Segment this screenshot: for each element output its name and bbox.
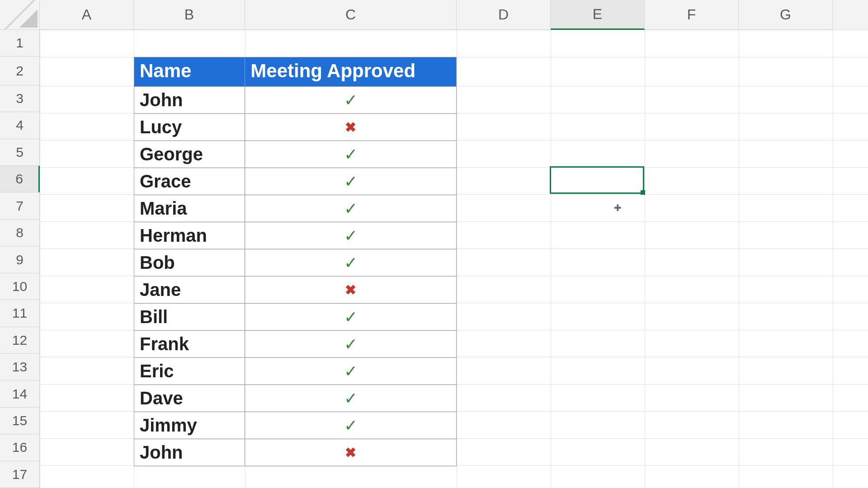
approved-cell[interactable]: ✖ — [245, 277, 456, 303]
approved-cell[interactable]: ✖ — [245, 114, 456, 141]
check-icon: ✓ — [344, 199, 358, 218]
row-header-1[interactable]: 1 — [0, 30, 40, 56]
table-row[interactable]: Maria✓ — [134, 195, 456, 222]
approved-cell[interactable]: ✓ — [245, 412, 456, 439]
row-header-8[interactable]: 8 — [0, 220, 40, 246]
approved-cell[interactable]: ✓ — [245, 195, 456, 222]
name-cell[interactable]: Bob — [134, 249, 245, 276]
row-header-3[interactable]: 3 — [0, 85, 40, 112]
row-header-11[interactable]: 11 — [0, 300, 40, 327]
approved-cell[interactable]: ✓ — [245, 141, 456, 168]
row-headers: 1234567891011121314151617 — [0, 30, 40, 488]
check-icon: ✓ — [344, 226, 358, 245]
approved-cell[interactable]: ✓ — [245, 87, 456, 113]
col-header-C[interactable]: C — [245, 0, 457, 30]
spreadsheet: ABCDEFG 1234567891011121314151617 NameMe… — [0, 0, 868, 488]
col-header-A[interactable]: A — [40, 0, 134, 30]
table-row[interactable]: John✓ — [134, 86, 456, 113]
name-cell[interactable]: Maria — [134, 195, 245, 222]
row-header-15[interactable]: 15 — [0, 408, 40, 434]
row-header-6[interactable]: 6 — [0, 166, 40, 192]
check-icon: ✓ — [344, 91, 358, 110]
table-header-0[interactable]: Name — [134, 57, 245, 86]
row-header-9[interactable]: 9 — [0, 246, 40, 273]
table-row[interactable]: Herman✓ — [134, 222, 456, 249]
name-cell[interactable]: John — [134, 439, 245, 466]
col-header-F[interactable]: F — [645, 0, 739, 30]
approved-cell[interactable]: ✓ — [245, 385, 456, 412]
table-row[interactable]: Bob✓ — [134, 249, 456, 276]
col-header-D[interactable]: D — [457, 0, 551, 30]
name-cell[interactable]: Lucy — [134, 114, 245, 141]
name-cell[interactable]: John — [134, 87, 245, 113]
name-cell[interactable]: Eric — [134, 358, 245, 385]
row-header-17[interactable]: 17 — [0, 461, 40, 488]
cross-icon: ✖ — [345, 445, 356, 460]
table-row[interactable]: Lucy✖ — [134, 113, 456, 141]
name-cell[interactable]: Bill — [134, 304, 245, 330]
row-header-14[interactable]: 14 — [0, 380, 40, 407]
col-header-B[interactable]: B — [134, 0, 245, 30]
row-header-4[interactable]: 4 — [0, 112, 40, 139]
check-icon: ✓ — [344, 172, 358, 191]
row-header-5[interactable]: 5 — [0, 139, 40, 166]
name-cell[interactable]: Jane — [134, 277, 245, 303]
cross-icon: ✖ — [345, 282, 356, 298]
cursor-icon: ✚ — [614, 202, 622, 213]
name-cell[interactable]: Frank — [134, 331, 245, 357]
column-headers: ABCDEFG — [0, 0, 868, 30]
approved-cell[interactable]: ✓ — [245, 358, 456, 385]
table-row[interactable]: John✖ — [134, 439, 456, 466]
table-row[interactable]: Bill✓ — [134, 303, 456, 330]
check-icon: ✓ — [344, 308, 358, 327]
data-table: NameMeeting ApprovedJohn✓Lucy✖George✓Gra… — [134, 57, 457, 466]
name-cell[interactable]: George — [134, 141, 245, 168]
table-row[interactable]: Frank✓ — [134, 330, 456, 357]
table-header-1[interactable]: Meeting Approved — [245, 57, 456, 86]
select-all-corner[interactable] — [0, 0, 40, 30]
approved-cell[interactable]: ✓ — [245, 168, 456, 195]
approved-cell[interactable]: ✓ — [245, 222, 456, 249]
table-row[interactable]: Jane✖ — [134, 276, 456, 303]
col-header-G[interactable]: G — [739, 0, 833, 30]
row-header-13[interactable]: 13 — [0, 354, 40, 380]
table-row[interactable]: Grace✓ — [134, 168, 456, 195]
check-icon: ✓ — [344, 416, 358, 435]
check-icon: ✓ — [344, 335, 358, 354]
table-row[interactable]: George✓ — [134, 141, 456, 168]
row-header-16[interactable]: 16 — [0, 434, 40, 461]
name-cell[interactable]: Herman — [134, 222, 245, 249]
col-header-E[interactable]: E — [551, 0, 645, 30]
check-icon: ✓ — [344, 253, 358, 272]
row-header-10[interactable]: 10 — [0, 273, 40, 300]
row-header-12[interactable]: 12 — [0, 327, 40, 354]
table-row[interactable]: Eric✓ — [134, 357, 456, 385]
table-row[interactable]: Dave✓ — [134, 385, 456, 412]
name-cell[interactable]: Grace — [134, 168, 245, 195]
row-header-7[interactable]: 7 — [0, 192, 40, 219]
check-icon: ✓ — [344, 389, 358, 408]
name-cell[interactable]: Dave — [134, 385, 245, 412]
table-row[interactable]: Jimmy✓ — [134, 412, 456, 439]
name-cell[interactable]: Jimmy — [134, 412, 245, 439]
approved-cell[interactable]: ✖ — [245, 439, 456, 466]
check-icon: ✓ — [344, 145, 358, 164]
approved-cell[interactable]: ✓ — [245, 331, 456, 357]
grid-area[interactable]: NameMeeting ApprovedJohn✓Lucy✖George✓Gra… — [40, 30, 868, 488]
approved-cell[interactable]: ✓ — [245, 304, 456, 330]
row-header-2[interactable]: 2 — [0, 56, 40, 85]
cross-icon: ✖ — [345, 119, 356, 135]
check-icon: ✓ — [344, 362, 358, 381]
approved-cell[interactable]: ✓ — [245, 249, 456, 276]
